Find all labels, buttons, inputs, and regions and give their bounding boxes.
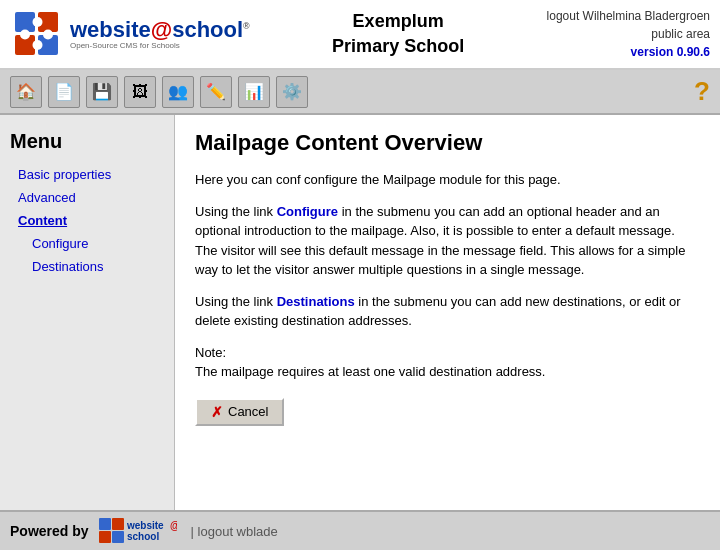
logo-puzzle-icon (10, 7, 65, 62)
chart-icon[interactable]: 📊 (238, 76, 270, 108)
svg-rect-0 (15, 12, 35, 32)
main-layout: Menu Basic properties Advanced Content C… (0, 115, 720, 510)
destinations-link[interactable]: Destinations (277, 294, 355, 309)
svg-rect-11 (112, 531, 124, 543)
help-icon[interactable]: ? (694, 76, 710, 107)
header: website@school® Open-Source CMS for Scho… (0, 0, 720, 70)
footer-logo-icon: website @ school (97, 516, 177, 546)
school-name: Exemplum Primary School (250, 9, 547, 59)
sidebar-item-basic-properties[interactable]: Basic properties (10, 167, 164, 182)
sidebar-item-advanced[interactable]: Advanced (10, 190, 164, 205)
svg-point-6 (20, 29, 30, 39)
svg-point-5 (33, 40, 43, 50)
home-icon[interactable]: 🏠 (10, 76, 42, 108)
content-area: Mailpage Content Overview Here you can c… (175, 115, 720, 510)
page-icon[interactable]: 📄 (48, 76, 80, 108)
svg-text:school: school (127, 531, 159, 542)
sidebar-item-destinations[interactable]: Destinations (10, 259, 164, 274)
logo-area: website@school® Open-Source CMS for Scho… (10, 7, 250, 62)
edit-icon[interactable]: ✏️ (200, 76, 232, 108)
svg-text:website: website (126, 520, 164, 531)
cancel-x-icon: ✗ (211, 404, 223, 420)
logo-text: website@school® Open-Source CMS for Scho… (70, 19, 250, 50)
svg-rect-8 (99, 518, 111, 530)
configure-paragraph: Using the link Configure in the submenu … (195, 202, 700, 280)
cancel-button[interactable]: ✗ Cancel (195, 398, 284, 426)
save-icon[interactable]: 💾 (86, 76, 118, 108)
footer: Powered by website @ school | logout wbl… (0, 510, 720, 550)
sidebar-item-configure[interactable]: Configure (10, 236, 164, 251)
footer-powered-label: Powered by (10, 523, 89, 539)
user-info: logout Wilhelmina Bladergroen public are… (547, 7, 710, 61)
logo-subtitle: Open-Source CMS for Schools (70, 41, 250, 50)
image-icon[interactable]: 🖼 (124, 76, 156, 108)
sidebar-item-content[interactable]: Content (10, 213, 164, 228)
sidebar-title: Menu (10, 130, 164, 153)
footer-logo: website @ school (97, 516, 177, 546)
toolbar: 🏠 📄 💾 🖼 👥 ✏️ 📊 ⚙️ ? (0, 70, 720, 115)
users-icon[interactable]: 👥 (162, 76, 194, 108)
destinations-paragraph: Using the link Destinations in the subme… (195, 292, 700, 331)
footer-logout[interactable]: | logout wblade (191, 524, 278, 539)
svg-rect-9 (112, 518, 124, 530)
settings-icon[interactable]: ⚙️ (276, 76, 308, 108)
note-section: Note: The mailpage requires at least one… (195, 343, 700, 382)
content-title: Mailpage Content Overview (195, 130, 700, 156)
logo-brand: website@school® (70, 19, 250, 41)
svg-rect-10 (99, 531, 111, 543)
intro-paragraph: Here you can conf configure the Mailpage… (195, 170, 700, 190)
svg-text:@: @ (170, 520, 177, 531)
toolbar-icons: 🏠 📄 💾 🖼 👥 ✏️ 📊 ⚙️ (10, 76, 308, 108)
svg-point-7 (43, 29, 53, 39)
svg-point-4 (33, 17, 43, 27)
configure-link[interactable]: Configure (277, 204, 338, 219)
sidebar: Menu Basic properties Advanced Content C… (0, 115, 175, 510)
